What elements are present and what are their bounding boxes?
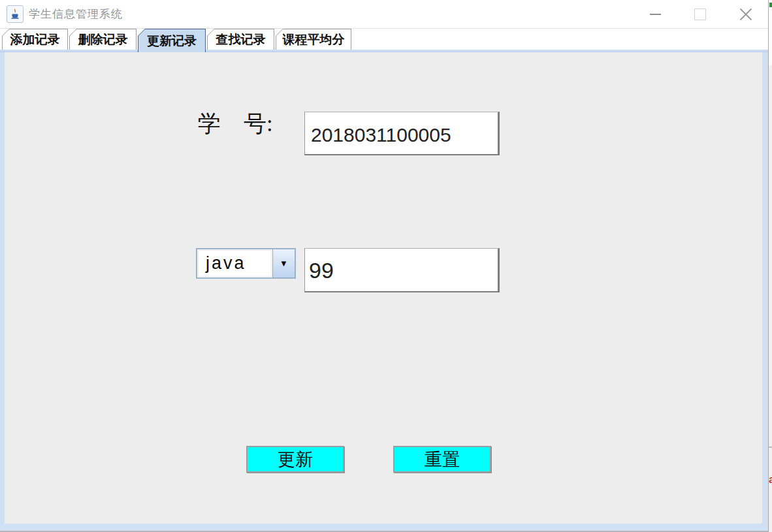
tab-label: 课程平均分 <box>276 29 351 50</box>
maximize-icon <box>694 8 706 20</box>
tab-label: 添加记录 <box>3 29 67 50</box>
course-select-value: java <box>198 250 272 277</box>
course-select[interactable]: java ▼ <box>196 248 296 279</box>
chevron-down-icon: ▼ <box>280 258 288 268</box>
background-speck <box>769 3 772 7</box>
java-coffee-cup-icon <box>7 5 24 23</box>
minimize-button[interactable] <box>639 0 671 28</box>
update-button[interactable]: 更新 <box>246 446 344 473</box>
reset-button[interactable]: 重置 <box>393 446 491 473</box>
student-id-input[interactable] <box>304 112 500 155</box>
window-title: 学生信息管理系统 <box>29 7 123 22</box>
desktop-background-strip: a <box>768 0 772 532</box>
tab-update-record[interactable]: 更新记录 <box>138 29 206 52</box>
tab-pane-border <box>0 50 768 52</box>
course-select-arrow-button[interactable]: ▼ <box>272 249 295 277</box>
close-button[interactable] <box>730 0 762 28</box>
tab-delete-record[interactable]: 删除记录 <box>69 29 137 50</box>
student-id-label: 学 号: <box>198 108 273 139</box>
tab-add-record[interactable]: 添加记录 <box>2 29 68 50</box>
edge-artifact-text: a <box>769 474 772 486</box>
minimize-icon <box>650 14 661 15</box>
maximize-button[interactable] <box>684 0 716 28</box>
window-titlebar: 学生信息管理系统 <box>0 0 768 29</box>
tab-label: 删除记录 <box>70 29 136 50</box>
tab-label: 更新记录 <box>138 29 205 52</box>
score-input[interactable] <box>304 248 500 292</box>
tab-find-record[interactable]: 查找记录 <box>207 29 274 50</box>
tab-label: 查找记录 <box>208 29 274 50</box>
update-button-label: 更新 <box>278 448 313 471</box>
reset-button-label: 重置 <box>425 448 460 471</box>
tab-course-average[interactable]: 课程平均分 <box>276 29 351 50</box>
close-icon <box>738 7 754 22</box>
